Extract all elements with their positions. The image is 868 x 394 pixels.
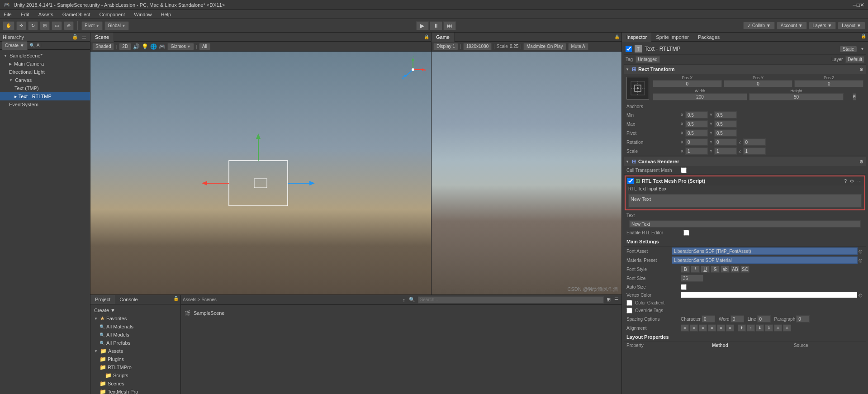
- textmesh-item[interactable]: 📁 TextMesh Pro: [92, 388, 179, 394]
- assets-icon2[interactable]: ☰: [613, 297, 620, 303]
- resolution-btn[interactable]: 1920x1080: [463, 43, 492, 50]
- hierarchy-item-canvas[interactable]: ▼ Canvas: [0, 76, 90, 84]
- menu-window[interactable]: Window: [132, 12, 153, 17]
- game-lock-icon[interactable]: 🔒: [612, 34, 621, 39]
- menu-assets[interactable]: Assets: [37, 12, 55, 17]
- italic-btn[interactable]: I: [691, 266, 700, 273]
- plugins-item[interactable]: 📁 Plugins: [92, 355, 179, 363]
- collab-btn[interactable]: ✓ Collab ▼: [743, 22, 775, 29]
- text-value-field[interactable]: [629, 220, 861, 228]
- play-btn[interactable]: ▶: [416, 21, 429, 30]
- pos-z-field[interactable]: [794, 80, 863, 87]
- hierarchy-lock-icon[interactable]: 🔒: [71, 34, 79, 40]
- inspector-tab[interactable]: Inspector: [622, 33, 651, 42]
- layer-value[interactable]: Default: [845, 56, 864, 63]
- pos-y-field[interactable]: [724, 80, 793, 87]
- menu-component[interactable]: Component: [97, 12, 127, 17]
- create-btn[interactable]: Create ▼: [92, 306, 179, 314]
- scale-y[interactable]: [714, 147, 737, 155]
- step-btn[interactable]: ⏭: [443, 21, 456, 30]
- layers-btn[interactable]: Layers ▼: [809, 22, 836, 29]
- hierarchy-item-dirlight[interactable]: Directional Light: [0, 68, 90, 76]
- search-icon-assets[interactable]: 🔍: [408, 297, 416, 303]
- rtltmpro-item[interactable]: 📁 RTLTMPro: [92, 363, 179, 371]
- anchor-min-x[interactable]: [685, 111, 708, 119]
- menu-gameobject[interactable]: GameObject: [61, 12, 92, 17]
- rtl-settings-icon[interactable]: ⚙: [849, 179, 855, 184]
- minimize-btn[interactable]: ─: [853, 2, 857, 8]
- auto-size-checkbox[interactable]: [681, 284, 687, 290]
- cull-mesh-checkbox[interactable]: [681, 167, 687, 173]
- font-asset-value[interactable]: LiberationSans SDF (TMP_FontAsset): [672, 247, 858, 255]
- assets-samplescene[interactable]: 🎬 SampleScene: [185, 309, 618, 318]
- vertex-color-picker-icon[interactable]: ◎: [858, 293, 863, 298]
- align-justify-btn[interactable]: ≡: [708, 324, 716, 332]
- rtl-help-icon[interactable]: ?: [843, 179, 848, 184]
- anchor-icon-container[interactable]: [626, 77, 649, 100]
- global-btn[interactable]: Global▼: [104, 21, 129, 30]
- assets-icon1[interactable]: ⊞: [606, 297, 612, 303]
- rect-settings-icon[interactable]: ⚙: [859, 67, 864, 72]
- rtl-enable-checkbox[interactable]: [627, 178, 634, 184]
- align-geo-btn[interactable]: ≡: [726, 324, 734, 332]
- rot-z[interactable]: [743, 138, 766, 146]
- height-field[interactable]: [749, 93, 844, 100]
- project-tab[interactable]: Project: [90, 295, 115, 304]
- all-materials-item[interactable]: 🔍 All Materials: [92, 323, 179, 331]
- rtl-overflow-icon[interactable]: ⋯: [856, 179, 863, 184]
- 2d-btn[interactable]: 2D: [119, 43, 131, 50]
- scene-tab[interactable]: Scene: [90, 33, 114, 42]
- char-field[interactable]: [702, 315, 715, 323]
- shading-btn[interactable]: Shaded: [92, 43, 114, 50]
- all-models-item[interactable]: 🔍 All Models: [92, 331, 179, 339]
- tag-value[interactable]: Untagged: [636, 56, 659, 63]
- hierarchy-item-maincamera[interactable]: ▶ Main Camera: [0, 60, 90, 68]
- scale-z[interactable]: [743, 147, 766, 155]
- close-btn[interactable]: ✕: [860, 2, 864, 8]
- pivot-x[interactable]: [685, 129, 708, 137]
- scripts-item[interactable]: 📁 Scripts: [92, 371, 179, 380]
- rect-r-btn[interactable]: R: [853, 93, 857, 100]
- static-dropdown[interactable]: ▼: [860, 47, 864, 51]
- sprite-importer-tab[interactable]: Sprite Importer: [651, 33, 693, 42]
- scale-x[interactable]: [685, 147, 708, 155]
- vertex-color-bar[interactable]: [681, 292, 858, 298]
- gizmos-btn[interactable]: Gizmos ▼: [167, 43, 194, 50]
- menu-file[interactable]: File: [2, 12, 14, 17]
- width-field[interactable]: [653, 93, 747, 100]
- rtl-component-header[interactable]: ⊞ RTL Text Mesh Pro (Script) ? ⚙ ⋯: [626, 176, 864, 185]
- scenes-item[interactable]: 📁 Scenes: [92, 380, 179, 388]
- anchor-preset-btn[interactable]: [626, 77, 649, 100]
- scale-tool-btn[interactable]: ⊞: [40, 21, 50, 30]
- all-prefabs-item[interactable]: 🔍 All Prefabs: [92, 339, 179, 347]
- font-size-field[interactable]: [681, 275, 703, 282]
- pivot-btn[interactable]: Pivot▼: [81, 21, 103, 30]
- scene-view[interactable]: Y X Z: [90, 52, 431, 294]
- material-preset-value[interactable]: LiberationSans SDF Material: [672, 256, 858, 264]
- rect-transform-header[interactable]: ▼ ⊞ Rect Transform ⚙: [624, 65, 866, 74]
- rot-x[interactable]: [685, 138, 708, 146]
- gizmos-all-btn[interactable]: All: [199, 43, 210, 50]
- scene-lock-icon[interactable]: 🔒: [422, 34, 431, 39]
- menu-edit[interactable]: Edit: [19, 12, 31, 17]
- uppercase-btn[interactable]: AB: [730, 266, 740, 273]
- hierarchy-item-samplescene[interactable]: ▼ SampleScene*: [0, 52, 90, 60]
- assets-folder[interactable]: ▼ 📁 Assets: [92, 347, 179, 355]
- align-vert-btn[interactable]: ⇕: [765, 324, 773, 332]
- maximize-btn[interactable]: □: [857, 2, 860, 8]
- align-a-btn[interactable]: A: [774, 324, 782, 332]
- lowercase-btn[interactable]: ab: [721, 266, 730, 273]
- refresh-icon[interactable]: ↑: [402, 297, 406, 303]
- rtl-text-input-box-label[interactable]: RTL Text Input Box: [626, 185, 864, 192]
- align-flush-btn[interactable]: ≡: [717, 324, 725, 332]
- favorites-folder[interactable]: ▼ ★ Favorites: [92, 314, 179, 323]
- line-field[interactable]: [757, 315, 771, 323]
- align-top-btn[interactable]: ⬆: [738, 324, 746, 332]
- anchor-min-y[interactable]: [714, 111, 737, 119]
- move-tool-btn[interactable]: ✛: [16, 21, 26, 30]
- transform-tool-btn[interactable]: ⊕: [64, 21, 74, 30]
- align-left-btn[interactable]: ≡: [681, 324, 689, 332]
- anchor-max-x[interactable]: [685, 120, 708, 128]
- material-preset-picker-icon[interactable]: ◎: [858, 258, 863, 263]
- scene-icon1[interactable]: 🔊: [133, 43, 140, 50]
